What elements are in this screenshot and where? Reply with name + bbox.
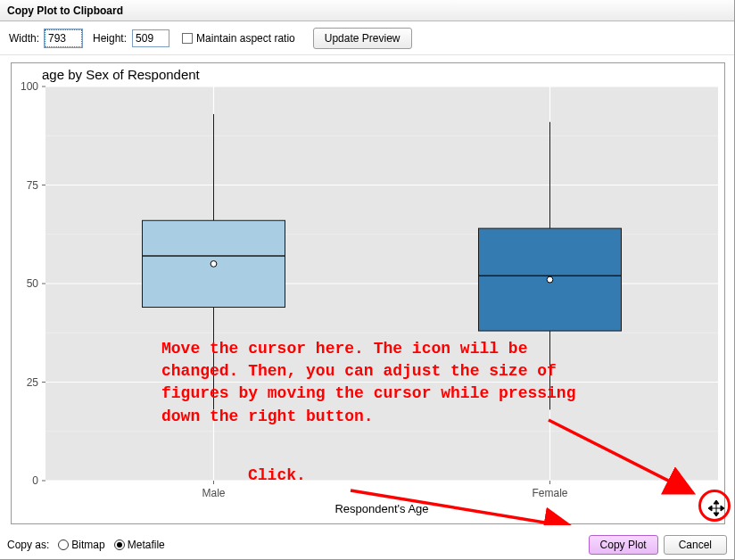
height-label: Height: — [93, 32, 127, 45]
radio-metafile-label: Metafile — [128, 539, 165, 551]
window-title: Copy Plot to Clipboard — [7, 4, 123, 17]
radio-icon — [114, 539, 125, 550]
svg-point-33 — [547, 276, 553, 283]
chart-svg: 0255075100MaleFemaleage by Sex of Respon… — [12, 63, 726, 525]
move-icon — [707, 499, 725, 517]
checkbox-icon — [182, 33, 193, 44]
radio-icon — [58, 539, 69, 550]
update-preview-button[interactable]: Update Preview — [313, 28, 412, 49]
width-label: Width: — [9, 32, 39, 45]
annotation-click: Click. — [248, 465, 306, 487]
aspect-label: Maintain aspect ratio — [196, 32, 295, 45]
svg-text:age by Sex of Respondent: age by Sex of Respondent — [42, 67, 201, 82]
radio-metafile[interactable]: Metafile — [114, 539, 165, 551]
footer-bar: Copy as: Bitmap Metafile Copy Plot Cance… — [0, 531, 734, 559]
plot-container: 0255075100MaleFemaleage by Sex of Respon… — [11, 62, 734, 525]
radio-bitmap-label: Bitmap — [71, 539, 104, 551]
cancel-button[interactable]: Cancel — [664, 535, 727, 555]
svg-text:100: 100 — [21, 80, 38, 93]
copy-plot-button[interactable]: Copy Plot — [589, 535, 658, 555]
svg-text:Female: Female — [532, 487, 567, 499]
svg-point-26 — [211, 261, 217, 268]
copy-as-label: Copy as: — [7, 539, 49, 551]
aspect-checkbox[interactable]: Maintain aspect ratio — [182, 32, 295, 45]
annotation-instruction: Move the cursor here. The icon will be c… — [161, 338, 575, 428]
width-input[interactable] — [45, 29, 82, 47]
resize-handle[interactable] — [706, 498, 726, 518]
copy-as-group: Copy as: Bitmap Metafile — [7, 539, 165, 551]
svg-text:25: 25 — [27, 376, 39, 389]
window-titlebar: Copy Plot to Clipboard — [0, 0, 734, 21]
radio-bitmap[interactable]: Bitmap — [58, 539, 104, 551]
svg-text:Respondent's Age: Respondent's Age — [334, 502, 428, 515]
svg-text:50: 50 — [27, 277, 39, 290]
height-input[interactable] — [132, 29, 169, 47]
toolbar: Width: Height: Maintain aspect ratio Upd… — [0, 21, 734, 55]
svg-text:0: 0 — [32, 474, 38, 487]
svg-text:75: 75 — [27, 179, 39, 192]
svg-text:Male: Male — [202, 487, 225, 499]
plot-preview: 0255075100MaleFemaleage by Sex of Respon… — [11, 62, 725, 524]
